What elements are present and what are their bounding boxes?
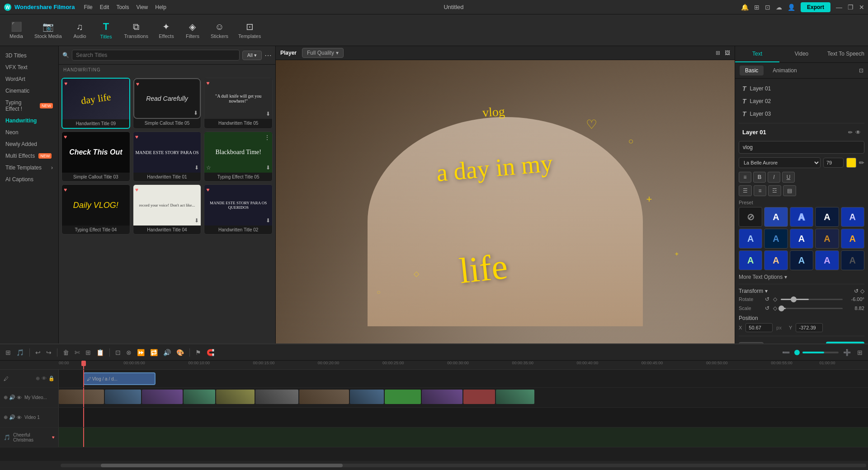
track-eye-icon[interactable]: 👁: [42, 376, 47, 381]
bold-button[interactable]: B: [753, 172, 766, 183]
clip-9[interactable]: [385, 390, 421, 404]
underline-button[interactable]: U: [782, 172, 795, 183]
audio-eye-icon[interactable]: 👁: [17, 415, 22, 420]
minimize-button[interactable]: —: [836, 4, 842, 11]
add-media-icon[interactable]: ⊞: [4, 348, 13, 357]
tool-stock-media[interactable]: 📷 Stock Media: [31, 19, 66, 41]
cloud-icon[interactable]: ☁: [776, 4, 782, 11]
preset-14[interactable]: A: [841, 250, 864, 270]
video-track-eye[interactable]: 👁: [17, 395, 22, 400]
track-add-icon[interactable]: ⊕: [36, 376, 40, 381]
sidebar-item-title-templates[interactable]: Title Templates ›: [0, 162, 58, 174]
clip-7[interactable]: [299, 390, 349, 404]
rotate-link-icon[interactable]: ◇: [773, 296, 777, 302]
clip-1[interactable]: [59, 390, 104, 404]
template-typing-04[interactable]: ♥ Daily VLOG! Typing Effect Title 04: [61, 184, 130, 235]
preset-9[interactable]: A: [841, 229, 864, 249]
color-picker[interactable]: [846, 158, 856, 168]
user-icon[interactable]: 👤: [788, 4, 795, 11]
subtab-animation[interactable]: Animation: [767, 66, 802, 75]
clip-10[interactable]: [422, 390, 462, 404]
preset-none[interactable]: ⊘: [739, 207, 762, 227]
pos-y-input[interactable]: [796, 323, 823, 332]
preset-7[interactable]: A: [790, 229, 813, 249]
menu-tools[interactable]: Tools: [116, 4, 129, 10]
tool-transitions[interactable]: ⧉ Transitions: [121, 20, 152, 41]
add-audio-track-icon[interactable]: ⊕: [4, 414, 8, 420]
sidebar-item-ai-captions[interactable]: AI Captions: [0, 174, 58, 185]
export-button[interactable]: Export: [801, 2, 830, 12]
snapshot-icon[interactable]: 🖼: [725, 50, 730, 56]
more-text-options[interactable]: More Text Options ▾: [739, 274, 864, 280]
transform-section-title[interactable]: Transform ▾ ↺ ◇: [739, 288, 864, 294]
menu-help[interactable]: Help: [155, 4, 166, 10]
tool-titles[interactable]: T Titles: [94, 19, 118, 41]
collapse-icon[interactable]: ⊡: [859, 67, 863, 74]
font-family-selector[interactable]: La Belle Aurore: [739, 157, 821, 168]
align-left-button[interactable]: ≡: [739, 172, 751, 183]
sidebar-item-wordart[interactable]: WordArt: [0, 73, 58, 85]
clip-5[interactable]: [216, 390, 255, 404]
zoom-out-icon[interactable]: ➖: [780, 348, 792, 357]
clip-6[interactable]: [255, 390, 298, 404]
align-left-btn[interactable]: ☰: [739, 185, 752, 196]
preset-6[interactable]: A: [764, 229, 788, 249]
template-handwritten-09[interactable]: ♥ day life Handwritten Title 09: [61, 78, 130, 129]
scroll-thumb[interactable]: [101, 464, 343, 467]
settings-icon[interactable]: ⊞: [754, 4, 760, 11]
scale-slider[interactable]: [781, 308, 843, 309]
font-size-input[interactable]: [823, 158, 844, 168]
color-icon[interactable]: 🎨: [175, 348, 186, 357]
menu-edit[interactable]: Edit: [100, 4, 109, 10]
grid-view-icon[interactable]: ⊞: [716, 50, 720, 56]
close-button[interactable]: ✕: [859, 4, 864, 11]
undo-icon[interactable]: ↩: [33, 348, 42, 357]
tool-stickers[interactable]: ☺ Stickers: [207, 20, 232, 41]
preset-8[interactable]: A: [815, 229, 839, 249]
layer-item-03[interactable]: T Layer 03: [739, 108, 864, 120]
preset-1[interactable]: A: [764, 207, 788, 227]
template-callout-03[interactable]: ♥ Check This Out Simple Callout Title 03: [61, 132, 130, 182]
split-icon[interactable]: ⊗: [124, 348, 133, 357]
rotate-reset-icon[interactable]: ↺: [765, 296, 769, 302]
clip-2[interactable]: [105, 390, 141, 404]
horizontal-scrollbar[interactable]: [61, 464, 866, 467]
tool-media[interactable]: ⬛ Media: [5, 19, 28, 41]
markers-icon[interactable]: ⚑: [193, 348, 203, 357]
template-typing-05[interactable]: ⋮ Blackboard Time! ☆ ⬇ Typing Effect Tit…: [204, 132, 273, 182]
subtab-basic[interactable]: Basic: [740, 66, 764, 75]
template-handwritten-05[interactable]: ♥ "A dull knife will get you nowhere!" ⬇…: [204, 78, 273, 129]
add-audio-icon[interactable]: 🎵: [14, 348, 26, 357]
tool-templates[interactable]: ⊡ Templates: [235, 19, 264, 41]
sidebar-item-handwriting[interactable]: Handwriting: [0, 115, 58, 127]
zoom-slider[interactable]: [802, 352, 839, 353]
scale-link-icon[interactable]: ◇: [773, 305, 777, 311]
rotate-slider[interactable]: [781, 299, 843, 300]
clip-3[interactable]: [142, 390, 183, 404]
tool-filters[interactable]: ◈ Filters: [181, 19, 204, 41]
grid-view-btn[interactable]: ⊞: [855, 348, 864, 357]
track-lock-icon[interactable]: 🔒: [48, 376, 55, 381]
filter-button[interactable]: All ▾: [242, 51, 262, 60]
italic-button[interactable]: I: [768, 172, 780, 183]
tool-effects[interactable]: ✦ Effects: [155, 19, 178, 41]
align-center-btn[interactable]: ≡: [754, 185, 766, 196]
sidebar-item-3d-titles[interactable]: 3D Titles: [0, 50, 58, 61]
sidebar-item-typing-effect[interactable]: Typing Effect ! NEW: [0, 97, 58, 115]
layer-item-01[interactable]: T Layer 01: [739, 82, 864, 95]
grid-icon[interactable]: ⊡: [765, 4, 770, 11]
audio-mute-icon[interactable]: 🔊: [9, 414, 15, 420]
tab-text-to-speech[interactable]: Text To Speech: [824, 46, 868, 62]
copy-icon[interactable]: ⊞: [84, 348, 93, 357]
notification-icon[interactable]: 🔔: [741, 4, 749, 11]
zoom-in-icon[interactable]: ➕: [841, 348, 853, 357]
tab-text[interactable]: Text: [735, 46, 779, 62]
cut-icon[interactable]: ✄: [73, 348, 82, 357]
search-input[interactable]: [72, 50, 240, 61]
clip-8[interactable]: [350, 390, 384, 404]
menu-view[interactable]: View: [136, 4, 148, 10]
clip-11[interactable]: [463, 390, 495, 404]
preset-2[interactable]: A: [790, 207, 813, 227]
clip-4[interactable]: [184, 390, 215, 404]
audio-icon-tl[interactable]: 🔊: [161, 348, 173, 357]
